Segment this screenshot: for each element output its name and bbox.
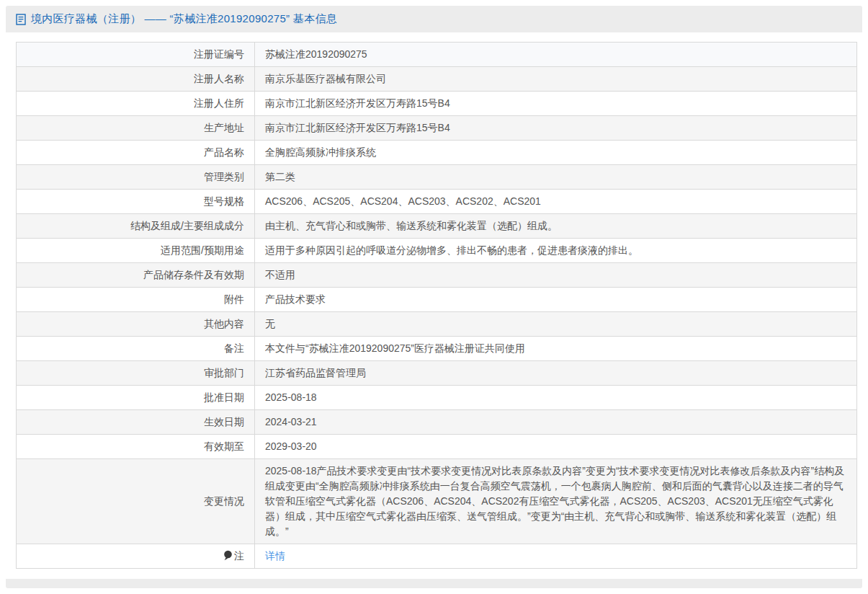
field-label: 管理类别 xyxy=(17,165,255,190)
table-row: 审批部门 江苏省药品监督管理局 xyxy=(17,361,857,386)
field-label: 注 xyxy=(234,550,244,562)
table-row: 其他内容 无 xyxy=(17,312,857,337)
field-value: 由主机、充气背心和或胸带、输送系统和雾化装置（选配）组成。 xyxy=(255,214,857,239)
field-value: 适用于多种原因引起的呼吸道分泌物增多、排出不畅的患者，促进患者痰液的排出。 xyxy=(255,239,857,263)
field-label: 适用范围/预期用途 xyxy=(17,239,255,263)
document-icon xyxy=(16,14,26,25)
table-row: 产品名称 全胸腔高频脉冲排痰系统 xyxy=(17,141,857,165)
registration-info-panel: 境内医疗器械（注册） —— “苏械注准20192090275” 基本信息 注册证… xyxy=(6,6,862,588)
detail-link[interactable]: 详情 xyxy=(265,550,285,562)
table-row: 附件 产品技术要求 xyxy=(17,288,857,312)
note-balloon-icon xyxy=(223,550,233,561)
field-label: 注册人名称 xyxy=(17,67,255,92)
table-row: 批准日期 2025-08-18 xyxy=(17,386,857,410)
registration-info-table: 注册证编号 苏械注准20192090275 注册人名称 南京乐基医疗器械有限公司… xyxy=(16,42,857,569)
table-row: 注册人名称 南京乐基医疗器械有限公司 xyxy=(17,67,857,92)
field-label: 生产地址 xyxy=(17,116,255,141)
field-value: 2025-08-18 xyxy=(255,386,857,410)
field-label: 产品储存条件及有效期 xyxy=(17,263,255,288)
field-label: 注册人住所 xyxy=(17,92,255,116)
field-label: 结构及组成/主要组成成分 xyxy=(17,214,255,239)
table-row: 备注 本文件与“苏械注准20192090275”医疗器械注册证共同使用 xyxy=(17,337,857,361)
field-value: 无 xyxy=(255,312,857,337)
field-label: 变更情况 xyxy=(17,459,255,544)
field-value: 第二类 xyxy=(255,165,857,190)
table-row: 型号规格 ACS206、ACS205、ACS204、ACS203、ACS202、… xyxy=(17,190,857,214)
field-value: 2024-03-21 xyxy=(255,410,857,435)
table-row: 注 详情 xyxy=(17,544,857,569)
table-row: 适用范围/预期用途 适用于多种原因引起的呼吸道分泌物增多、排出不畅的患者，促进患… xyxy=(17,239,857,263)
field-value: 2025-08-18产品技术要求变更由“技术要求变更情况对比表原条款及内容”变更… xyxy=(255,459,857,544)
table-row: 产品储存条件及有效期 不适用 xyxy=(17,263,857,288)
table-row: 变更情况 2025-08-18产品技术要求变更由“技术要求变更情况对比表原条款及… xyxy=(17,459,857,544)
field-value: 本文件与“苏械注准20192090275”医疗器械注册证共同使用 xyxy=(255,337,857,361)
field-label: 其他内容 xyxy=(17,312,255,337)
table-row: 结构及组成/主要组成成分 由主机、充气背心和或胸带、输送系统和雾化装置（选配）组… xyxy=(17,214,857,239)
field-value: 苏械注准20192090275 xyxy=(255,43,857,67)
field-label: 备注 xyxy=(17,337,255,361)
page-title: 境内医疗器械（注册） —— “苏械注准20192090275” 基本信息 xyxy=(31,12,337,26)
panel-body: 注册证编号 苏械注准20192090275 注册人名称 南京乐基医疗器械有限公司… xyxy=(6,32,862,579)
field-value: 全胸腔高频脉冲排痰系统 xyxy=(255,141,857,165)
field-value: ACS206、ACS205、ACS204、ACS203、ACS202、ACS20… xyxy=(255,190,857,214)
note-label-cell: 注 xyxy=(17,544,255,569)
table-row: 生效日期 2024-03-21 xyxy=(17,410,857,435)
note-value-cell: 详情 xyxy=(255,544,857,569)
table-row: 生产地址 南京市江北新区经济开发区万寿路15号B4 xyxy=(17,116,857,141)
field-value: 南京市江北新区经济开发区万寿路15号B4 xyxy=(255,92,857,116)
field-label: 型号规格 xyxy=(17,190,255,214)
field-label: 审批部门 xyxy=(17,361,255,386)
field-label: 生效日期 xyxy=(17,410,255,435)
field-value: 不适用 xyxy=(255,263,857,288)
field-value: 2029-03-20 xyxy=(255,435,857,459)
table-row: 注册人住所 南京市江北新区经济开发区万寿路15号B4 xyxy=(17,92,857,116)
field-value: 江苏省药品监督管理局 xyxy=(255,361,857,386)
field-label: 有效期至 xyxy=(17,435,255,459)
table-row: 注册证编号 苏械注准20192090275 xyxy=(17,43,857,67)
field-value: 产品技术要求 xyxy=(255,288,857,312)
field-label: 批准日期 xyxy=(17,386,255,410)
panel-header: 境内医疗器械（注册） —— “苏械注准20192090275” 基本信息 xyxy=(6,6,862,32)
field-value: 南京市江北新区经济开发区万寿路15号B4 xyxy=(255,116,857,141)
field-value: 南京乐基医疗器械有限公司 xyxy=(255,67,857,92)
field-label: 附件 xyxy=(17,288,255,312)
table-row: 有效期至 2029-03-20 xyxy=(17,435,857,459)
table-row: 管理类别 第二类 xyxy=(17,165,857,190)
field-label: 注册证编号 xyxy=(17,43,255,67)
field-label: 产品名称 xyxy=(17,141,255,165)
